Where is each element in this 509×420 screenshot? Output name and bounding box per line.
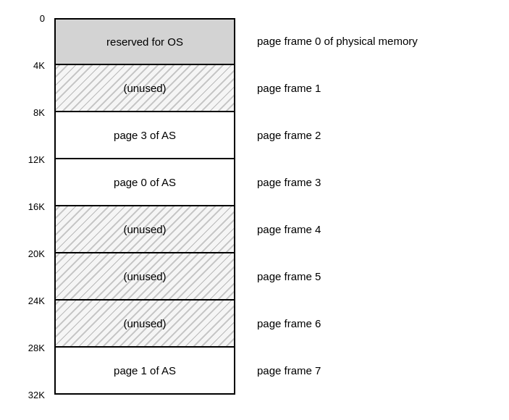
y-label: 8K <box>33 107 45 118</box>
y-label: 20K <box>28 248 45 259</box>
frame-label-7: page frame 7 <box>257 364 321 377</box>
frame-label-1: page frame 1 <box>257 82 321 94</box>
frame-label-0: page frame 0 of physical memory <box>257 35 418 47</box>
frame-label-5: page frame 5 <box>257 270 321 282</box>
memory-cell-2: page 3 of AS <box>54 112 235 159</box>
y-label: 0 <box>40 13 45 24</box>
y-label: 4K <box>33 60 45 71</box>
cell-label-6: (unused) <box>123 317 166 329</box>
cell-label-0: reserved for OS <box>106 35 183 48</box>
memory-cell-7: page 1 of AS <box>54 348 235 395</box>
frame-label-3: page frame 3 <box>257 176 321 188</box>
cell-label-3: page 0 of AS <box>114 176 176 188</box>
frame-label-4: page frame 4 <box>257 223 321 235</box>
cell-label-4: (unused) <box>123 223 166 235</box>
memory-cell-4: (unused) <box>54 206 235 253</box>
cell-label-2: page 3 of AS <box>114 129 176 141</box>
memory-cell-6: (unused) <box>54 301 235 348</box>
cell-label-5: (unused) <box>123 270 166 282</box>
y-axis-labels: 04K8K12K16K20K24K28K32K <box>7 7 51 413</box>
cell-label-7: page 1 of AS <box>114 364 176 377</box>
memory-cell-0: reserved for OS <box>54 18 235 65</box>
y-label: 24K <box>28 295 45 306</box>
frame-label-2: page frame 2 <box>257 129 321 141</box>
memory-cell-1: (unused) <box>54 65 235 112</box>
memory-cell-3: page 0 of AS <box>54 159 235 206</box>
y-label: 28K <box>28 343 45 353</box>
frame-label-6: page frame 6 <box>257 317 321 329</box>
y-label: 12K <box>28 154 45 165</box>
y-label: 16K <box>28 201 45 212</box>
memory-cell-5: (unused) <box>54 253 235 301</box>
cell-label-1: (unused) <box>123 82 166 94</box>
diagram-container: 04K8K12K16K20K24K28K32K reserved for OSp… <box>0 7 509 413</box>
y-label: 32K <box>28 390 45 400</box>
